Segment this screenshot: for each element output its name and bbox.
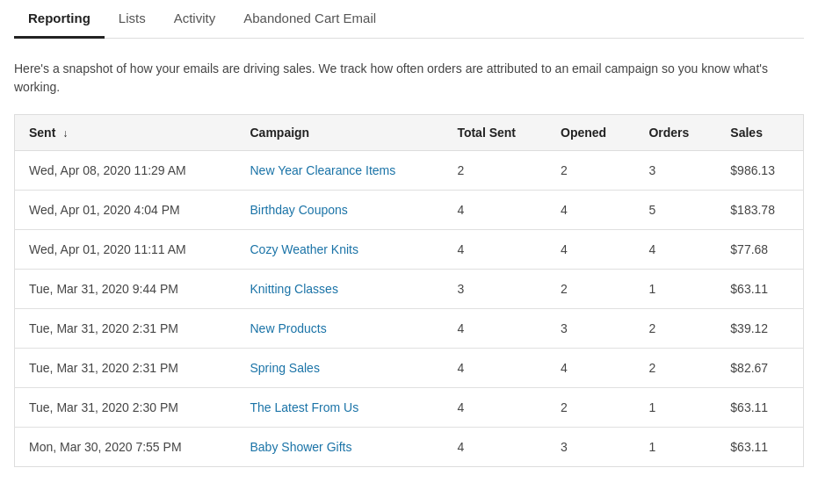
cell-orders: 1 — [634, 270, 716, 309]
cell-campaign: New Products — [236, 309, 444, 349]
col-campaign: Campaign — [236, 115, 444, 151]
campaign-link[interactable]: Birthday Coupons — [250, 203, 348, 217]
tab-activity[interactable]: Activity — [160, 0, 230, 39]
cell-opened: 3 — [547, 428, 634, 467]
table-row: Tue, Mar 31, 2020 2:31 PMNew Products432… — [15, 309, 804, 349]
cell-orders: 2 — [634, 349, 716, 388]
table-row: Tue, Mar 31, 2020 9:44 PMKnitting Classe… — [15, 270, 804, 309]
cell-orders: 5 — [634, 191, 716, 230]
tab-abandoned-cart-email[interactable]: Abandoned Cart Email — [229, 0, 390, 39]
cell-opened: 2 — [547, 151, 634, 191]
cell-campaign: New Year Clearance Items — [236, 151, 444, 191]
cell-sales: $82.67 — [716, 349, 803, 388]
cell-total-sent: 4 — [443, 388, 547, 428]
table-row: Tue, Mar 31, 2020 2:31 PMSpring Sales442… — [15, 349, 804, 388]
table-header-row: Sent ↓ Campaign Total Sent Opened Orders… — [15, 115, 804, 151]
cell-total-sent: 3 — [443, 270, 547, 309]
cell-sent: Mon, Mar 30, 2020 7:55 PM — [15, 428, 236, 467]
cell-orders: 1 — [634, 388, 716, 428]
cell-sales: $39.12 — [716, 309, 803, 349]
table-row: Wed, Apr 08, 2020 11:29 AMNew Year Clear… — [15, 151, 804, 191]
cell-total-sent: 4 — [443, 349, 547, 388]
cell-sent: Tue, Mar 31, 2020 9:44 PM — [15, 270, 236, 309]
sort-icon: ↓ — [62, 127, 68, 140]
nav-tabs: Reporting Lists Activity Abandoned Cart … — [14, 0, 804, 39]
cell-orders: 2 — [634, 309, 716, 349]
col-opened: Opened — [547, 115, 634, 151]
cell-total-sent: 4 — [443, 191, 547, 230]
campaign-link[interactable]: Knitting Classes — [250, 282, 338, 296]
cell-opened: 4 — [547, 230, 634, 270]
reporting-table: Sent ↓ Campaign Total Sent Opened Orders… — [14, 114, 804, 467]
campaign-link[interactable]: Spring Sales — [250, 361, 320, 375]
col-sales: Sales — [716, 115, 803, 151]
cell-orders: 1 — [634, 428, 716, 467]
cell-opened: 3 — [547, 309, 634, 349]
cell-total-sent: 4 — [443, 428, 547, 467]
cell-sent: Wed, Apr 01, 2020 11:11 AM — [15, 230, 236, 270]
cell-sales: $63.11 — [716, 428, 803, 467]
cell-sales: $63.11 — [716, 270, 803, 309]
campaign-link[interactable]: New Products — [250, 321, 327, 335]
tab-reporting[interactable]: Reporting — [14, 0, 105, 39]
table-body: Wed, Apr 08, 2020 11:29 AMNew Year Clear… — [15, 151, 804, 467]
cell-orders: 3 — [634, 151, 716, 191]
table-row: Tue, Mar 31, 2020 2:30 PMThe Latest From… — [15, 388, 804, 428]
table-row: Mon, Mar 30, 2020 7:55 PMBaby Shower Gif… — [15, 428, 804, 467]
cell-campaign: The Latest From Us — [236, 388, 444, 428]
campaign-link[interactable]: The Latest From Us — [250, 400, 359, 414]
col-sent[interactable]: Sent ↓ — [15, 115, 236, 151]
cell-total-sent: 2 — [443, 151, 547, 191]
cell-campaign: Knitting Classes — [236, 270, 444, 309]
cell-sales: $183.78 — [716, 191, 803, 230]
cell-sales: $63.11 — [716, 388, 803, 428]
cell-campaign: Baby Shower Gifts — [236, 428, 444, 467]
cell-sent: Tue, Mar 31, 2020 2:30 PM — [15, 388, 236, 428]
cell-total-sent: 4 — [443, 230, 547, 270]
cell-sent: Wed, Apr 01, 2020 4:04 PM — [15, 191, 236, 230]
cell-sent: Tue, Mar 31, 2020 2:31 PM — [15, 309, 236, 349]
cell-total-sent: 4 — [443, 309, 547, 349]
col-total-sent: Total Sent — [443, 115, 547, 151]
col-orders: Orders — [634, 115, 716, 151]
cell-campaign: Cozy Weather Knits — [236, 230, 444, 270]
campaign-link[interactable]: Baby Shower Gifts — [250, 440, 352, 454]
cell-opened: 4 — [547, 349, 634, 388]
cell-sent: Tue, Mar 31, 2020 2:31 PM — [15, 349, 236, 388]
cell-opened: 4 — [547, 191, 634, 230]
tab-lists[interactable]: Lists — [105, 0, 160, 39]
campaign-link[interactable]: New Year Clearance Items — [250, 163, 396, 177]
page-description: Here's a snapshot of how your emails are… — [14, 60, 804, 97]
cell-campaign: Spring Sales — [236, 349, 444, 388]
cell-opened: 2 — [547, 388, 634, 428]
cell-sales: $986.13 — [716, 151, 803, 191]
campaign-link[interactable]: Cozy Weather Knits — [250, 242, 358, 256]
table-row: Wed, Apr 01, 2020 4:04 PMBirthday Coupon… — [15, 191, 804, 230]
cell-sent: Wed, Apr 08, 2020 11:29 AM — [15, 151, 236, 191]
cell-opened: 2 — [547, 270, 634, 309]
cell-campaign: Birthday Coupons — [236, 191, 444, 230]
page-container: Reporting Lists Activity Abandoned Cart … — [0, 0, 818, 467]
cell-orders: 4 — [634, 230, 716, 270]
table-row: Wed, Apr 01, 2020 11:11 AMCozy Weather K… — [15, 230, 804, 270]
cell-sales: $77.68 — [716, 230, 803, 270]
